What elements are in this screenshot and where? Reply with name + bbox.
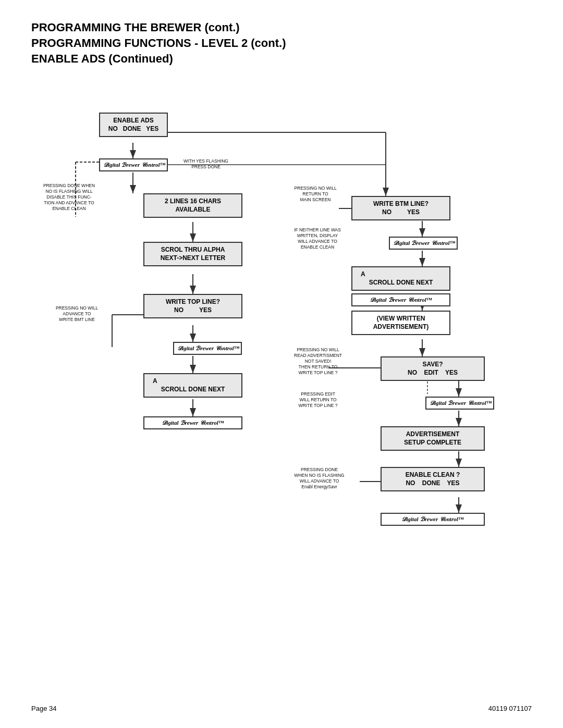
save-title: SAVE? <box>386 361 480 369</box>
doc-number: 40119 071107 <box>488 705 532 712</box>
a-label-left: A <box>149 377 237 386</box>
advert-setup-box: ADVERTISEMENT SETUP COMPLETE <box>381 426 485 451</box>
enable-ads-title: ENABLE ADS <box>104 117 163 125</box>
save-box: SAVE? NO EDIT YES <box>381 356 485 381</box>
note-pressing-no-read: PRESSING NO WILLREAD ADVERTISMENTNOT SAV… <box>287 347 349 376</box>
write-top-box: WRITE TOP LINE? NO YES <box>143 294 242 318</box>
a-label-right: A <box>357 270 445 279</box>
write-top-options: NO YES <box>149 306 237 315</box>
logo-box-5: 𝒟igital ℬrewer 𝒞ontrol™ <box>351 293 450 306</box>
scrol-sub: NEXT->NEXT LETTER <box>149 254 237 263</box>
write-btm-options: NO YES <box>357 208 445 217</box>
logo-box-3: 𝒟igital ℬrewer 𝒞ontrol™ <box>143 416 242 429</box>
scrol-thru-box: SCROL THRU ALPHA NEXT->NEXT LETTER <box>143 242 242 266</box>
note-with-yes: WITH YES FLASHINGPRESS DONE <box>177 158 235 170</box>
diagram-area: ENABLE ADS NO DONE YES 𝒟igital ℬrewer 𝒞o… <box>31 81 532 655</box>
enable-ads-options: NO DONE YES <box>104 125 163 133</box>
advert-setup-sub: SETUP COMPLETE <box>386 439 480 447</box>
note-pressing-edit: PRESSING EDITWILL RETURN TOWRITE TOP LIN… <box>287 391 349 409</box>
note-pressing-no-return: PRESSING NO WILLRETURN TOMAIN SCREEN <box>287 186 344 203</box>
logo-box-2: 𝒟igital ℬrewer 𝒞ontrol™ <box>173 342 242 355</box>
page-number: Page 34 <box>31 705 56 712</box>
logo-box-4: 𝒟igital ℬrewer 𝒞ontrol™ <box>389 237 458 250</box>
enable-clean-box: ENABLE CLEAN ? NO DONE YES <box>381 467 485 491</box>
a-scroll-right-box: A SCROLL DONE NEXT <box>351 266 450 291</box>
write-btm-title: WRITE BTM LINE? <box>357 200 445 208</box>
logo-box-6: 𝒟igital ℬrewer 𝒞ontrol™ <box>425 397 494 410</box>
a-scroll-left-box: A SCROLL DONE NEXT <box>143 373 242 398</box>
enable-clean-options: NO DONE YES <box>386 479 480 488</box>
logo-box-1: 𝒟igital ℬrewer 𝒞ontrol™ <box>99 158 168 171</box>
page-footer: Page 34 40119 071107 <box>0 705 563 712</box>
note-pressing-no-advance: PRESSING NO WILLADVANCE TOWRITE BMT LINE <box>47 305 107 323</box>
write-btm-box: WRITE BTM LINE? NO YES <box>351 196 450 220</box>
note-pressing-done: PRESSING DONE WHENNO IS FLASHING WILLDIS… <box>42 183 96 212</box>
page-header: PROGRAMMING THE BREWER (cont.) PROGRAMMI… <box>31 21 532 66</box>
note-pressing-done-no2: PRESSING DONEWHEN NO IS FLASHINGWILL ADV… <box>287 467 352 490</box>
header-line3: ENABLE ADS (Continued) <box>31 52 532 66</box>
note-if-neither: IF NEITHER LINE WASWRITTEN, DISPLAYWILL … <box>287 227 348 250</box>
header-line1: PROGRAMMING THE BREWER (cont.) <box>31 21 532 34</box>
two-lines-sub: AVAILABLE <box>149 206 237 214</box>
scroll-done-left: SCROLL DONE NEXT <box>149 386 237 394</box>
enable-clean-title: ENABLE CLEAN ? <box>386 471 480 479</box>
logo-box-7: 𝒟igital ℬrewer 𝒞ontrol™ <box>381 513 485 526</box>
view-written-sub: ADVERTISEMENT) <box>357 323 445 331</box>
two-lines-box: 2 LINES 16 CHARS AVAILABLE <box>143 193 242 218</box>
view-written-title: (VIEW WRITTEN <box>357 315 445 323</box>
write-top-title: WRITE TOP LINE? <box>149 298 237 306</box>
advert-setup-title: ADVERTISEMENT <box>386 430 480 439</box>
view-written-box: (VIEW WRITTEN ADVERTISEMENT) <box>351 311 450 335</box>
header-line2: PROGRAMMING FUNCTIONS - LEVEL 2 (cont.) <box>31 36 532 50</box>
two-lines-title: 2 LINES 16 CHARS <box>149 198 237 206</box>
scrol-title: SCROL THRU ALPHA <box>149 246 237 254</box>
save-options: NO EDIT YES <box>386 369 480 377</box>
scroll-done-right: SCROLL DONE NEXT <box>357 279 445 287</box>
enable-ads-box: ENABLE ADS NO DONE YES <box>99 113 168 137</box>
